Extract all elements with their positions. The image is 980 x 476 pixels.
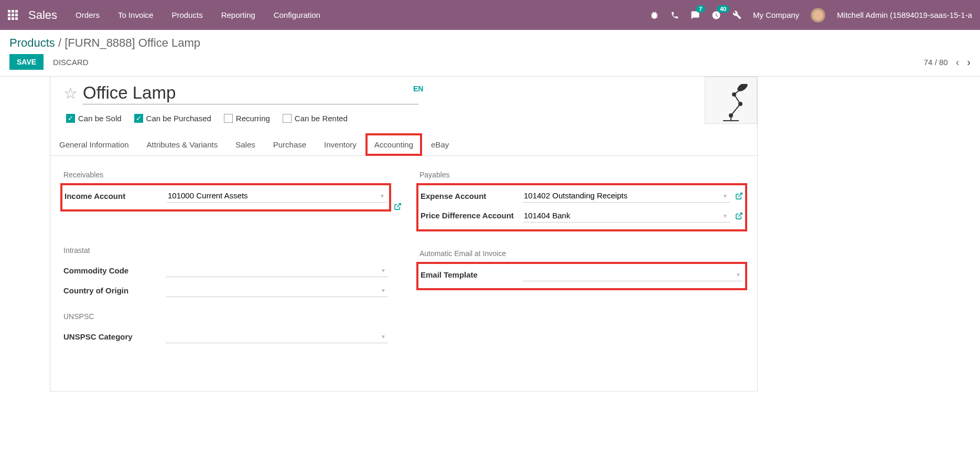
- menu-configuration[interactable]: Configuration: [274, 10, 320, 19]
- tab-ebay[interactable]: eBay: [422, 133, 458, 156]
- activities-icon[interactable]: 40: [712, 10, 721, 20]
- external-link-price-diff-icon[interactable]: [735, 212, 743, 220]
- activities-badge: 40: [717, 5, 729, 13]
- external-link-expense-icon[interactable]: [735, 192, 743, 200]
- label-unspsc-category: UNSPSC Category: [63, 332, 166, 341]
- language-badge[interactable]: EN: [413, 84, 423, 93]
- product-name-input[interactable]: [83, 82, 418, 104]
- input-income-account[interactable]: [167, 189, 387, 203]
- check-can-be-purchased[interactable]: ✓Can be Purchased: [134, 114, 211, 123]
- highlight-email-template: Email Template ▼: [419, 265, 744, 287]
- section-intrastat: Intrastat: [63, 246, 388, 255]
- tab-general-information[interactable]: General Information: [50, 133, 138, 156]
- section-unspsc: UNSPSC: [63, 312, 388, 321]
- tools-icon[interactable]: [733, 10, 741, 19]
- pager-prev[interactable]: ‹: [956, 56, 960, 68]
- tab-sales[interactable]: Sales: [227, 133, 264, 156]
- input-expense-account[interactable]: [523, 189, 730, 203]
- check-recurring[interactable]: Recurring: [224, 114, 270, 123]
- messages-badge: 7: [696, 5, 705, 13]
- pager-next[interactable]: ›: [967, 56, 971, 68]
- svg-point-3: [733, 93, 736, 96]
- section-payables: Payables: [419, 171, 744, 179]
- menu-products[interactable]: Products: [171, 10, 202, 19]
- pager-text: 74 / 80: [924, 58, 948, 67]
- label-country-origin: Country of Origin: [63, 286, 166, 295]
- label-commodity-code: Commodity Code: [63, 266, 166, 275]
- app-title[interactable]: Sales: [28, 8, 57, 22]
- discard-button[interactable]: DISCARD: [53, 58, 89, 67]
- bug-icon[interactable]: [650, 10, 659, 20]
- avatar[interactable]: [811, 8, 825, 23]
- breadcrumb-current: [FURN_8888] Office Lamp: [64, 36, 200, 49]
- highlight-income-account: Income Account ▼: [63, 186, 388, 208]
- messages-icon[interactable]: 7: [691, 10, 700, 20]
- save-button[interactable]: SAVE: [9, 54, 44, 70]
- tabs: General Information Attributes & Variant…: [50, 133, 757, 156]
- section-receivables: Receivables: [63, 171, 388, 179]
- section-auto-email: Automatic Email at Invoice: [419, 249, 744, 258]
- tab-accounting[interactable]: Accounting: [365, 133, 422, 156]
- form-sheet: ☆ EN ✓Can be Sold ✓Can be Purchased Recu…: [50, 77, 758, 392]
- label-price-difference: Price Difference Account: [421, 211, 523, 220]
- phone-icon[interactable]: [671, 11, 679, 19]
- user-menu[interactable]: Mitchell Admin (15894019-saas-15-1-a: [837, 10, 972, 19]
- top-menu: Orders To Invoice Products Reporting Con…: [76, 10, 320, 19]
- input-email-template[interactable]: [523, 268, 743, 281]
- breadcrumb: Products / [FURN_8888] Office Lamp: [9, 36, 971, 50]
- top-bar: Sales Orders To Invoice Products Reporti…: [0, 0, 980, 30]
- label-income-account: Income Account: [64, 192, 167, 200]
- input-country-origin[interactable]: [166, 283, 388, 297]
- svg-point-0: [737, 84, 748, 92]
- input-price-difference[interactable]: [523, 209, 730, 223]
- product-image[interactable]: [705, 77, 757, 124]
- tab-attributes-variants[interactable]: Attributes & Variants: [138, 133, 227, 156]
- breadcrumb-parent[interactable]: Products: [9, 36, 55, 49]
- svg-point-2: [739, 102, 742, 105]
- menu-reporting[interactable]: Reporting: [221, 10, 255, 19]
- label-expense-account: Expense Account: [421, 192, 523, 200]
- check-can-be-rented[interactable]: Can be Rented: [283, 114, 348, 123]
- tab-purchase[interactable]: Purchase: [264, 133, 315, 156]
- company-selector[interactable]: My Company: [753, 10, 799, 19]
- tab-inventory[interactable]: Inventory: [315, 133, 365, 156]
- input-commodity-code[interactable]: [166, 263, 388, 277]
- menu-orders[interactable]: Orders: [76, 10, 100, 19]
- svg-point-1: [729, 114, 733, 117]
- favorite-star-icon[interactable]: ☆: [63, 84, 78, 102]
- label-email-template: Email Template: [421, 270, 523, 279]
- menu-to-invoice[interactable]: To Invoice: [118, 10, 154, 19]
- check-can-be-sold[interactable]: ✓Can be Sold: [66, 114, 122, 123]
- apps-icon[interactable]: [8, 10, 18, 20]
- input-unspsc-category[interactable]: [166, 330, 388, 343]
